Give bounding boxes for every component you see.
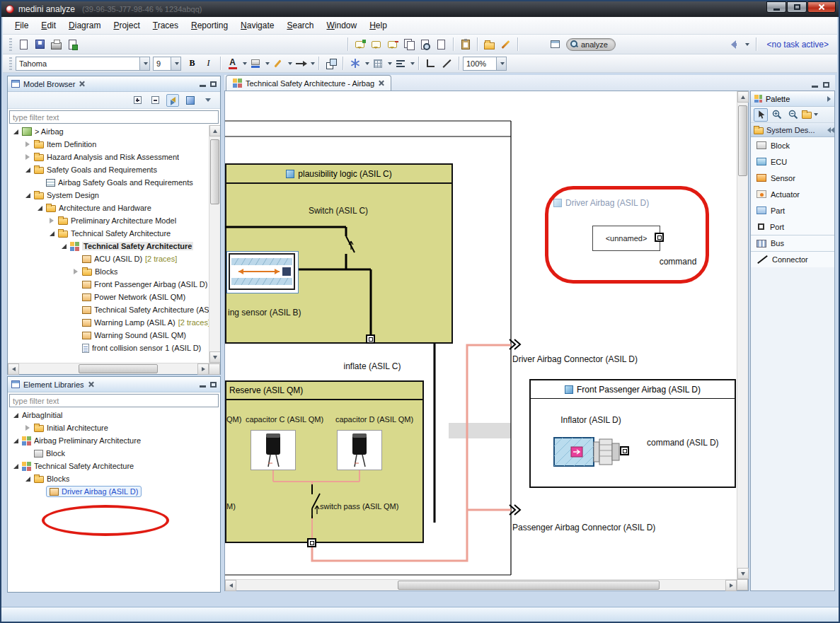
expand-arrow-icon[interactable]	[50, 231, 54, 236]
snap-to-grid-button[interactable]	[347, 56, 363, 71]
capacitor-d-image[interactable]	[337, 430, 382, 472]
expand-arrow-icon[interactable]	[62, 244, 67, 249]
model-browser-filter-input[interactable]	[9, 110, 219, 124]
maximize-window-button[interactable]	[787, 1, 807, 13]
menu-diagram[interactable]: Diagram	[62, 18, 107, 33]
tree-item-blocks-lib[interactable]: Blocks	[8, 472, 220, 485]
tree-item-safety-goals[interactable]: Safety Goals and Requirements	[8, 163, 220, 176]
add-comment-button[interactable]	[352, 37, 368, 52]
orthogonal-router-button[interactable]	[422, 56, 439, 71]
inflator-image[interactable]	[553, 433, 623, 472]
zoom-select[interactable]: 100%	[463, 57, 507, 71]
tree-item-technical-safety-diagram[interactable]: Technical Safety Architecture	[8, 240, 220, 252]
search-references-button[interactable]	[417, 37, 433, 52]
menu-traces[interactable]: Traces	[146, 18, 185, 33]
tree-item-acu[interactable]: ACU (ASIL D) [2 traces]	[8, 252, 220, 265]
menu-navigate[interactable]: Navigate	[234, 18, 280, 33]
selected-library-element[interactable]: Driver Airbag (ASIL D)	[46, 486, 142, 497]
minimize-view-icon[interactable]	[200, 385, 206, 388]
note-tool[interactable]	[802, 108, 817, 122]
tree-item-airbag-preliminary-architecture[interactable]: Airbag Preliminary Architecture	[8, 434, 220, 447]
collapse-all-button[interactable]	[149, 94, 161, 107]
tree-item-technical-safety-folder[interactable]: Technical Safety Architecture	[8, 227, 220, 240]
editor-horizontal-scrollbar[interactable]	[225, 579, 737, 590]
scroll-left-button[interactable]	[225, 580, 236, 591]
tree-item-technical-safety-block[interactable]: Technical Safety Architecture (ASIL D)	[8, 303, 220, 316]
tree-item-block[interactable]: Block	[8, 447, 220, 460]
line-color-button[interactable]	[270, 56, 286, 71]
scroll-thumb[interactable]	[738, 105, 747, 176]
collapse-arrow-icon[interactable]	[25, 425, 30, 431]
menu-window[interactable]: Window	[320, 18, 363, 33]
collapse-arrow-icon[interactable]	[50, 218, 54, 223]
expand-all-button[interactable]	[131, 94, 144, 107]
expand-arrow-icon[interactable]	[13, 438, 18, 443]
model-browser-horizontal-scrollbar[interactable]	[8, 363, 220, 374]
analyze-perspective-button[interactable]: analyze	[566, 38, 616, 51]
minimize-view-icon[interactable]	[200, 85, 206, 87]
tree-item-airbag-safety-goals[interactable]: Airbag Safety Goals and Requirements	[8, 176, 220, 189]
collapse-arrow-icon[interactable]	[25, 141, 30, 147]
menu-project[interactable]: Project	[107, 18, 146, 33]
maximize-view-icon[interactable]	[210, 382, 217, 388]
close-view-icon[interactable]	[88, 381, 94, 388]
tree-item-front-passenger-airbag[interactable]: Front Passenger Airbag (ASIL D)	[8, 278, 220, 291]
minimize-window-button[interactable]	[766, 1, 786, 13]
palette-item-ecu[interactable]: ECU	[751, 153, 834, 170]
tree-item-driver-airbag[interactable]: Driver Airbag (ASIL D)	[8, 485, 220, 498]
tree-item-airbaginitial[interactable]: AirbagInitial	[8, 409, 220, 421]
italic-button[interactable]: I	[200, 56, 217, 71]
align-button[interactable]	[392, 56, 408, 71]
expand-arrow-icon[interactable]	[13, 464, 18, 469]
menu-search[interactable]: Search	[280, 18, 320, 33]
view-menu-button[interactable]	[202, 94, 214, 107]
tree-item-initial-architecture[interactable]: Initial Architecture	[8, 421, 220, 434]
document-button[interactable]	[433, 37, 449, 52]
palette-section-system-design[interactable]: System Des...	[751, 123, 834, 137]
arrow-style-button[interactable]	[292, 56, 309, 71]
close-window-button[interactable]	[807, 1, 836, 13]
palette-item-part[interactable]: Part	[751, 202, 834, 219]
palette-item-connector[interactable]: Connector	[751, 251, 834, 267]
tree-item-warning-lamp[interactable]: Warning Lamp (ASIL A) [2 traces]	[8, 316, 220, 329]
palette-item-block[interactable]: Block	[751, 137, 834, 153]
zoom-dropdown[interactable]	[496, 57, 506, 70]
paste-button[interactable]	[457, 37, 473, 52]
scroll-down-button[interactable]	[737, 568, 749, 579]
oblique-router-button[interactable]	[439, 56, 455, 71]
unnamed-part[interactable]: <unnamed>	[592, 226, 660, 251]
collapse-arrow-icon[interactable]	[74, 269, 78, 274]
font-size-dropdown[interactable]	[171, 57, 180, 70]
menu-reporting[interactable]: Reporting	[185, 18, 234, 33]
scroll-thumb[interactable]	[79, 364, 158, 373]
delete-comment-button[interactable]	[384, 37, 401, 52]
scroll-up-button[interactable]	[209, 125, 220, 136]
scroll-right-button[interactable]	[725, 580, 737, 591]
font-size-select[interactable]: 9	[153, 57, 181, 71]
zoom-out-tool[interactable]	[786, 108, 800, 122]
expand-arrow-icon[interactable]	[38, 206, 42, 211]
close-view-icon[interactable]	[79, 81, 85, 87]
export-report-button[interactable]	[64, 37, 81, 52]
task-context-button[interactable]	[547, 37, 563, 52]
palette-item-sensor[interactable]: Sensor	[751, 170, 834, 186]
command-port[interactable]	[655, 233, 664, 242]
scroll-thumb[interactable]	[398, 581, 660, 590]
expand-arrow-icon[interactable]	[13, 413, 18, 418]
menu-help[interactable]: Help	[363, 18, 393, 33]
back-history-dropdown-icon[interactable]	[745, 43, 749, 46]
tree-item-power-network[interactable]: Power Network (ASIL QM)	[8, 291, 220, 303]
palette-item-bus[interactable]: Bus	[751, 235, 834, 251]
collapse-arrow-icon[interactable]	[25, 154, 30, 160]
sort-button[interactable]	[184, 94, 197, 107]
scroll-left-button[interactable]	[8, 363, 19, 375]
font-family-select[interactable]: Tahoma	[16, 57, 150, 71]
maximize-editor-icon[interactable]	[823, 82, 829, 88]
expand-arrow-icon[interactable]	[25, 168, 30, 173]
tree-item-hazard-analysis[interactable]: Hazard Analysis and Risk Assessment	[8, 151, 220, 163]
tree-item-airbag[interactable]: > Airbag	[8, 125, 220, 138]
select-tool[interactable]	[754, 108, 768, 122]
fill-color-button[interactable]	[247, 56, 263, 71]
tree-item-system-design[interactable]: System Design	[8, 189, 220, 202]
expand-arrow-icon[interactable]	[13, 129, 18, 134]
